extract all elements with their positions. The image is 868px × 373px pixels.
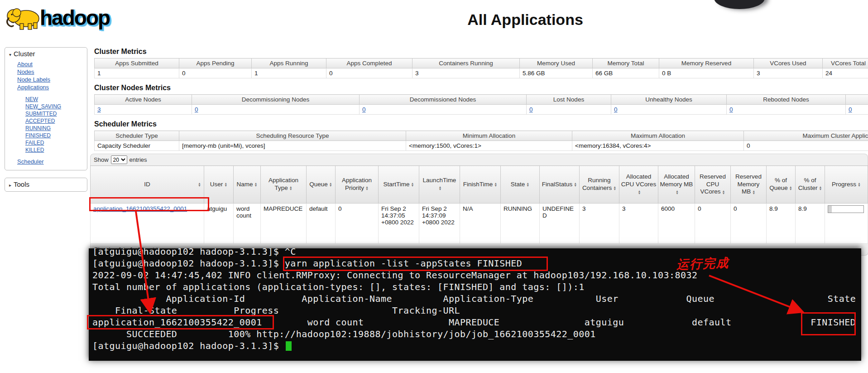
state-submitted-link[interactable]: SUBMITTED — [25, 111, 57, 117]
cluster-metrics-row: 1 0 1 0 3 5.86 GB 66 GB 0 B 3 24 — [95, 68, 868, 78]
col-pct-of-cluster[interactable]: % of Cluster▲▼ — [796, 166, 825, 203]
sidebar: ▾Cluster About Nodes Node Labels Applica… — [5, 47, 87, 192]
application-id-link[interactable]: application_1662100355422_0001 — [93, 205, 187, 212]
sort-icon: ▲▼ — [676, 190, 679, 194]
state-failed-link[interactable]: FAILED — [25, 140, 44, 146]
terminal-line: SUCCEEDED 100% http://hadoop102:19888/jo… — [92, 328, 858, 340]
sidebar-item-applications: Applications — [17, 83, 87, 91]
col-starttime[interactable]: StartTime▲▼ — [379, 166, 419, 203]
col-finishtime[interactable]: FinishTime▲▼ — [460, 166, 501, 203]
col-rebooted-nodes: Rebooted Nodes — [727, 95, 846, 105]
cluster-metrics-heading: Cluster Metrics — [94, 47, 868, 56]
col-vcores-total: VCores Total — [823, 58, 868, 68]
sort-icon: ▲▼ — [329, 182, 332, 187]
cell-queue: default — [307, 203, 336, 244]
sort-icon: ▲▼ — [224, 182, 227, 187]
sort-icon: ▲▼ — [289, 186, 293, 190]
cluster-section-toggle[interactable]: ▾Cluster — [5, 49, 87, 59]
val-active-nodes: 3 — [95, 105, 192, 115]
sort-icon: ▲▼ — [574, 182, 577, 187]
val-apps-running: 1 — [252, 68, 326, 78]
val-memory-reserved: 0 B — [659, 68, 754, 78]
cell-launchtime: Fri Sep 2 14:37:09 +0800 2022 — [419, 203, 460, 244]
val-memory-total: 66 GB — [593, 68, 659, 78]
sidebar-item-finished: FINISHED — [25, 132, 87, 139]
terminal-cursor — [286, 341, 292, 351]
val-scheduler-type: Capacity Scheduler — [95, 141, 179, 151]
show-label: Show — [94, 156, 109, 163]
unhealthy-nodes-link[interactable]: 0 — [614, 106, 618, 113]
shutdown-nodes-link[interactable]: 0 — [849, 106, 852, 113]
sort-icon: ▲▼ — [439, 186, 442, 190]
rebooted-nodes-link[interactable]: 0 — [729, 106, 733, 113]
val-apps-pending: 0 — [179, 68, 252, 78]
col-apps-pending: Apps Pending — [179, 58, 252, 68]
state-running-link[interactable]: RUNNING — [25, 125, 51, 131]
sidebar-item-nodes: Nodes — [17, 68, 87, 76]
col-maximum-allocation: Maximum Allocation — [572, 131, 744, 141]
state-killed-link[interactable]: KILLED — [25, 147, 44, 153]
col-lost-nodes: Lost Nodes — [527, 95, 611, 105]
col-scheduler-type: Scheduler Type — [95, 131, 179, 141]
val-apps-submitted: 1 — [95, 68, 179, 78]
sort-icon: ▲▼ — [254, 182, 258, 187]
cell-state: RUNNING — [501, 203, 540, 244]
col-user[interactable]: User▲▼ — [204, 166, 234, 203]
col-state[interactable]: State▲▼ — [501, 166, 540, 203]
lost-nodes-link[interactable]: 0 — [529, 106, 533, 113]
cell-name: word count — [234, 203, 261, 244]
main-content: Cluster Metrics Apps Submitted Apps Pend… — [94, 47, 868, 256]
col-finalstatus[interactable]: FinalStatus▲▼ — [540, 166, 580, 203]
sort-icon: ▲▼ — [752, 190, 755, 194]
val-vcores-used: 3 — [754, 68, 823, 78]
cell-application-priority: 0 — [336, 203, 379, 244]
page-title: All Applications — [430, 11, 620, 29]
col-vcores-used: VCores Used — [754, 58, 823, 68]
progress-fill — [828, 206, 832, 213]
state-accepted-link[interactable]: ACCEPTED — [25, 118, 55, 124]
active-nodes-link[interactable]: 3 — [97, 106, 101, 113]
col-queue[interactable]: Queue▲▼ — [307, 166, 336, 203]
sidebar-item-scheduler: Scheduler — [17, 158, 87, 165]
cell-allocated-cpu-vcores: 3 — [619, 203, 658, 244]
node-labels-link[interactable]: Node Labels — [17, 76, 50, 83]
cell-id: application_1662100355422_0001 — [91, 203, 204, 244]
col-running-containers[interactable]: Running Containers▲▼ — [580, 166, 619, 203]
col-pct-of-queue[interactable]: % of Queue▲▼ — [767, 166, 796, 203]
col-launchtime[interactable]: LaunchTime▲▼ — [419, 166, 460, 203]
col-id[interactable]: ID▲▼ — [91, 166, 204, 203]
col-allocated-cpu-vcores[interactable]: Allocated CPU VCores▲▼ — [619, 166, 658, 203]
scheduler-link[interactable]: Scheduler — [17, 158, 44, 165]
state-new-saving-link[interactable]: NEW_SAVING — [25, 103, 61, 110]
state-new-link[interactable]: NEW — [25, 96, 38, 102]
applications-link[interactable]: Applications — [17, 84, 49, 91]
sort-icon: ▲▼ — [365, 186, 369, 190]
col-application-priority[interactable]: Application Priority▲▼ — [336, 166, 379, 203]
state-finished-link[interactable]: FINISHED — [25, 132, 51, 139]
terminal-prompt-line: [atguigu@hadoop102 hadoop-3.1.3]$ — [92, 340, 858, 352]
col-containers-running: Containers Running — [412, 58, 520, 68]
tools-section-toggle[interactable]: ▸Tools — [5, 179, 87, 189]
about-link[interactable]: About — [17, 61, 33, 68]
terminal-line: Final-State Progress Tracking-URL — [92, 305, 858, 316]
terminal-window[interactable]: [atguigu@hadoop102 hadoop-3.1.3]$ ^C [at… — [89, 248, 861, 361]
val-unhealthy-nodes: 0 — [611, 105, 727, 115]
nodes-link[interactable]: Nodes — [17, 68, 34, 75]
sort-icon: ▲▼ — [526, 182, 529, 187]
sort-icon: ▲▼ — [613, 186, 616, 190]
col-maximum-cluster-app-priority: Maximum Cluster Application Priority — [744, 131, 868, 141]
cell-reserved-memory-mb: 0 — [731, 203, 767, 244]
col-allocated-memory-mb[interactable]: Allocated Memory MB▲▼ — [658, 166, 695, 203]
sort-icon: ▲▼ — [789, 186, 792, 190]
col-reserved-memory-mb[interactable]: Reserved Memory MB▲▼ — [731, 166, 767, 203]
col-name[interactable]: Name▲▼ — [234, 166, 261, 203]
col-application-type[interactable]: Application Type▲▼ — [261, 166, 307, 203]
sidebar-item-new: NEW — [25, 96, 87, 103]
decommissioned-nodes-link[interactable]: 0 — [362, 106, 366, 113]
scheduler-metrics-table: Scheduler Type Scheduling Resource Type … — [94, 131, 868, 151]
col-progress[interactable]: Progress▲▼ — [825, 166, 868, 203]
page-length-select[interactable]: 20 — [111, 155, 127, 164]
sidebar-item-accepted: ACCEPTED — [25, 117, 87, 125]
col-reserved-cpu-vcores[interactable]: Reserved CPU VCores▲▼ — [695, 166, 731, 203]
decommissioning-nodes-link[interactable]: 0 — [195, 106, 198, 113]
